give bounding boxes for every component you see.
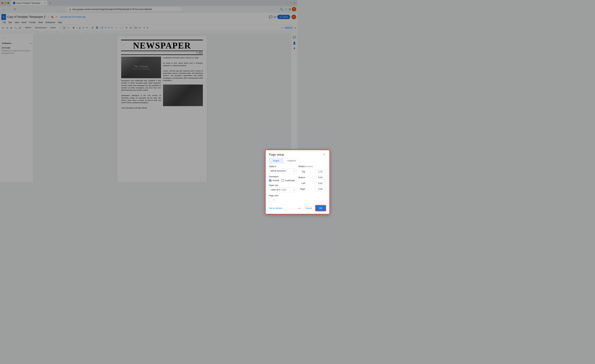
landscape-option[interactable]: Landscape (281, 179, 295, 182)
dialog-title-bar: Page setup × (266, 150, 298, 158)
orientation-label: Orientation (269, 176, 297, 178)
apply-to-label: Apply to (269, 165, 297, 168)
portrait-option[interactable]: Portrait (269, 179, 279, 182)
page-setup-dialog: Page setup × Pages Pageless (265, 150, 298, 182)
dialog-left-column: Apply to Whole document ▾ Orientation (269, 165, 297, 182)
dialog-body: Apply to Whole document ▾ Orientation (266, 165, 298, 182)
portrait-radio[interactable] (269, 179, 272, 182)
landscape-radio[interactable] (281, 179, 284, 182)
dialog-tabs: Pages Pageless (269, 158, 298, 163)
orientation-options: Portrait Landscape (269, 179, 297, 182)
dialog-tab-pageless[interactable]: Pageless (283, 158, 298, 163)
apply-to-section: Apply to Whole document ▾ (269, 165, 297, 173)
dialog-title-text: Page setup (269, 153, 284, 157)
orientation-section: Orientation Portrait La (269, 176, 297, 182)
dialog-tab-pages[interactable]: Pages (269, 158, 283, 163)
apply-to-select[interactable]: Whole document ▾ (269, 169, 297, 173)
modal-overlay: Page setup × Pages Pageless (0, 0, 298, 182)
